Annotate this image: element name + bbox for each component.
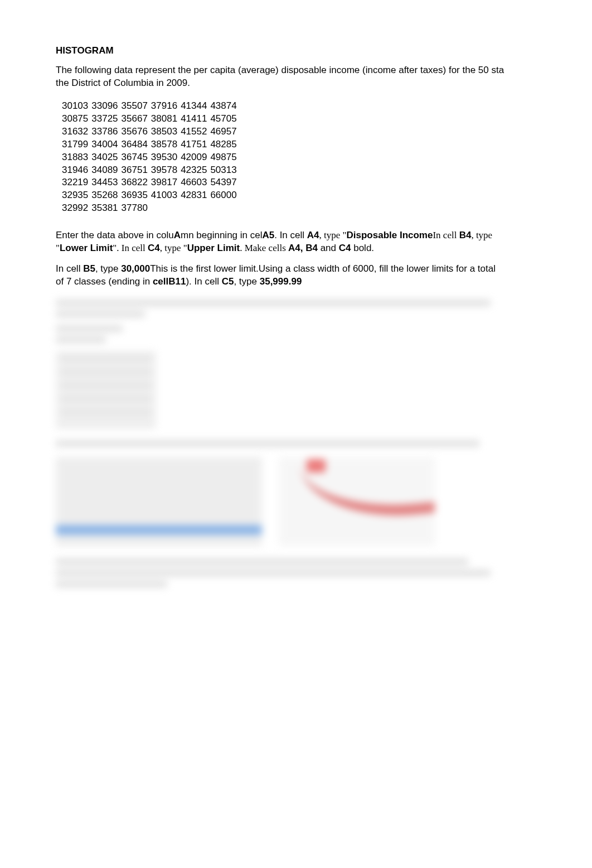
data-cell: 43874 (208, 100, 238, 113)
data-cell: 35268 (90, 189, 119, 202)
p2-cellB11b: B11 (168, 276, 186, 287)
p1-mid1: mn beginning in cel (181, 230, 262, 240)
data-cell: 41003 (149, 189, 179, 202)
data-row: 318833402536745395304200949875 (60, 151, 239, 164)
data-cell: 34025 (90, 151, 119, 164)
p1-mid2: . In cell (274, 230, 307, 240)
data-cell: 37916 (149, 100, 179, 113)
data-cell: 42831 (179, 189, 208, 202)
data-cell (208, 202, 238, 215)
data-row: 316323378635676385034155246957 (60, 126, 239, 138)
p1-type3: , type " (160, 243, 187, 253)
data-cell: 66000 (208, 189, 238, 202)
data-cell: 50313 (208, 164, 238, 177)
data-cell (179, 202, 208, 215)
data-cell: 41344 (179, 100, 208, 113)
p1-type1: , type " (319, 230, 347, 240)
p1-prefix: Enter the data above in colu (56, 230, 174, 240)
p1-colA: A (174, 230, 181, 240)
p2-cellC5: C5 (222, 276, 234, 287)
p1-bold: bold. (351, 243, 374, 253)
data-cell: 36935 (120, 189, 149, 202)
p1-openq: " (56, 243, 60, 253)
p2-cellB11: cell (153, 276, 168, 287)
data-cell: 36751 (120, 164, 149, 177)
p2-mid1: This is the first lower limit.Using a cl… (150, 263, 496, 274)
occluded-table (56, 351, 156, 429)
p1-mid3: In cell (433, 230, 459, 240)
data-cell: 46603 (179, 176, 208, 189)
intro-line1: The following data represent the per cap… (56, 65, 504, 75)
data-cell: 41751 (179, 138, 208, 151)
occluded-content (56, 300, 536, 587)
data-cell: 48285 (208, 138, 238, 151)
data-cell: 34453 (90, 176, 119, 189)
data-cell: 36745 (120, 151, 149, 164)
data-cell: 36484 (120, 138, 149, 151)
p1-type2: , type (471, 230, 492, 240)
data-cell: 34004 (90, 138, 119, 151)
data-cell: 30103 (60, 100, 90, 113)
intro-line2: the District of Columbia in 2009. (56, 78, 190, 88)
data-cell: 41552 (179, 126, 208, 138)
data-row: 319463408936751395784232550313 (60, 164, 239, 177)
p1-cellC4-2: C4 (339, 243, 351, 253)
data-cell: 33786 (90, 126, 119, 138)
data-cell: 38578 (149, 138, 179, 151)
data-cell: 39817 (149, 176, 179, 189)
data-cell: 32935 (60, 189, 90, 202)
paragraph-instructions-2: In cell B5, type 30,000This is the first… (56, 263, 536, 288)
occluded-chart (279, 457, 435, 546)
p1-disposable: Disposable Income (347, 230, 433, 240)
data-cell: 37780 (120, 202, 149, 215)
p1-cellB4: B4 (459, 230, 472, 240)
data-cell: 36822 (120, 176, 149, 189)
p1-and: and (318, 243, 339, 253)
data-cell: 33725 (90, 113, 119, 126)
data-table: 3010333096355073791641344438743087533725… (60, 100, 239, 215)
data-cell: 32219 (60, 176, 90, 189)
data-cell: 31799 (60, 138, 90, 151)
data-cell: 45705 (208, 113, 238, 126)
data-cell: 38081 (149, 113, 179, 126)
data-row: 308753372535667380814141145705 (60, 113, 239, 126)
data-cell: 54397 (208, 176, 238, 189)
data-cell: 41411 (179, 113, 208, 126)
data-cell: 42325 (179, 164, 208, 177)
data-row: 329923538137780 (60, 202, 239, 215)
p2-prefix: In cell (56, 263, 83, 274)
data-cell: 39578 (149, 164, 179, 177)
p2-type2: , type (234, 276, 259, 287)
p2-val35999: 35,999.99 (260, 276, 302, 287)
data-cell: 30875 (60, 113, 90, 126)
data-cell: 31883 (60, 151, 90, 164)
data-cell: 35507 (120, 100, 149, 113)
p1-upper: Upper Limit (187, 243, 240, 253)
p2-line2b: ). In cell (186, 276, 221, 287)
p2-val30000: 30,000 (121, 263, 150, 274)
p1-mid4: ". In cell (113, 243, 148, 253)
data-cell: 35381 (90, 202, 119, 215)
data-row: 317993400436484385784175148285 (60, 138, 239, 151)
data-row: 301033309635507379164134443874 (60, 100, 239, 113)
data-cell: 35667 (120, 113, 149, 126)
paragraph-instructions-1: Enter the data above in coluAmn beginnin… (56, 229, 536, 255)
data-cell: 38503 (149, 126, 179, 138)
data-row: 322193445336822398174660354397 (60, 176, 239, 189)
data-cell: 34089 (90, 164, 119, 177)
data-cell: 35676 (120, 126, 149, 138)
occluded-dialog (56, 457, 262, 546)
data-cell: 31946 (60, 164, 90, 177)
data-cell: 46957 (208, 126, 238, 138)
data-cell (149, 202, 179, 215)
data-cell: 33096 (90, 100, 119, 113)
data-cell: 42009 (179, 151, 208, 164)
data-cell: 32992 (60, 202, 90, 215)
p1-cellsA4B4: A4, B4 (288, 243, 318, 253)
data-row: 329353526836935410034283166000 (60, 189, 239, 202)
p1-mid5: . Make cells (240, 243, 288, 253)
p2-line2a: of 7 classes (ending in (56, 276, 153, 287)
p1-cellC4: C4 (148, 243, 160, 253)
intro-paragraph: The following data represent the per cap… (56, 64, 536, 90)
p1-cellA4: A4 (307, 230, 319, 240)
